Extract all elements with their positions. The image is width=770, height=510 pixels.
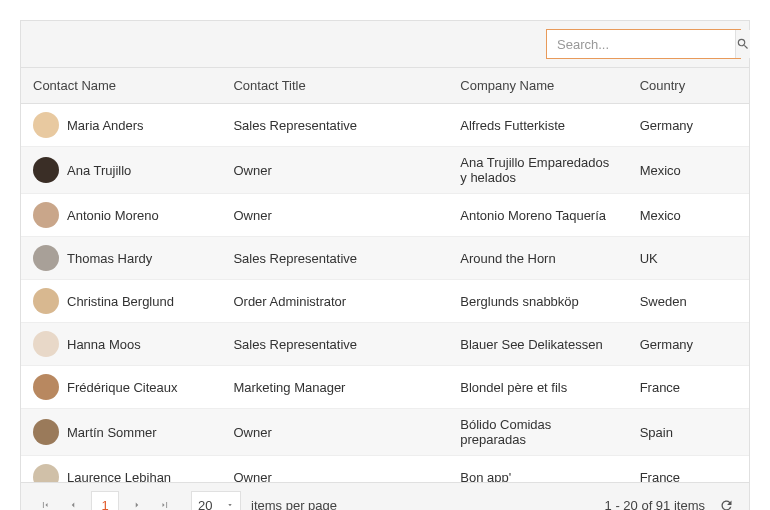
country: Germany (628, 104, 749, 147)
column-header-company[interactable]: Company Name (448, 68, 627, 104)
pager-last-button[interactable] (151, 491, 179, 510)
contact-title: Owner (221, 456, 448, 483)
contact-name: Frédérique Citeaux (67, 380, 178, 395)
company-name: Berglunds snabbköp (448, 280, 627, 323)
pager-next-button[interactable] (123, 491, 151, 510)
chevron-left-icon (68, 500, 78, 510)
contact-title: Sales Representative (221, 323, 448, 366)
country: France (628, 366, 749, 409)
avatar (33, 112, 59, 138)
company-name: Alfreds Futterkiste (448, 104, 627, 147)
pager-info: 1 - 20 of 91 items (605, 498, 705, 511)
country: Germany (628, 323, 749, 366)
table-header-row: Contact Name Contact Title Company Name … (21, 68, 749, 104)
search-button[interactable] (735, 30, 750, 58)
caret-down-icon (226, 501, 234, 509)
table-row[interactable]: Ana TrujilloOwnerAna Trujillo Emparedado… (21, 147, 749, 194)
contact-name: Ana Trujillo (67, 163, 131, 178)
company-name: Around the Horn (448, 237, 627, 280)
company-name: Blondel père et fils (448, 366, 627, 409)
country: France (628, 456, 749, 483)
search-icon (736, 37, 750, 51)
table-row[interactable]: Hanna MoosSales RepresentativeBlauer See… (21, 323, 749, 366)
table-row[interactable]: Frédérique CiteauxMarketing ManagerBlond… (21, 366, 749, 409)
table-row[interactable]: Antonio MorenoOwnerAntonio Moreno Taquer… (21, 194, 749, 237)
country: Sweden (628, 280, 749, 323)
company-name: Antonio Moreno Taquería (448, 194, 627, 237)
data-grid: Contact Name Contact Title Company Name … (20, 20, 750, 510)
contact-title: Sales Representative (221, 237, 448, 280)
avatar (33, 245, 59, 271)
avatar (33, 157, 59, 183)
grid-toolbar (21, 21, 749, 68)
pager: 1 20 items per page 1 - 20 of 91 items (21, 482, 749, 510)
country: Mexico (628, 194, 749, 237)
company-name: Ana Trujillo Emparedados y helados (448, 147, 627, 194)
avatar (33, 374, 59, 400)
contact-name: Thomas Hardy (67, 251, 152, 266)
contact-name: Antonio Moreno (67, 208, 159, 223)
contact-title: Sales Representative (221, 104, 448, 147)
contact-name: Martín Sommer (67, 425, 157, 440)
contact-title: Owner (221, 409, 448, 456)
contact-title: Marketing Manager (221, 366, 448, 409)
column-header-country[interactable]: Country (628, 68, 749, 104)
column-header-title[interactable]: Contact Title (221, 68, 448, 104)
page-size-value: 20 (198, 498, 212, 511)
table-row[interactable]: Christina BerglundOrder AdministratorBer… (21, 280, 749, 323)
page-size-select[interactable]: 20 (191, 491, 241, 510)
pager-prev-button[interactable] (59, 491, 87, 510)
contacts-table: Contact Name Contact Title Company Name … (21, 68, 749, 104)
country: UK (628, 237, 749, 280)
avatar (33, 202, 59, 228)
country: Mexico (628, 147, 749, 194)
refresh-button[interactable] (713, 492, 739, 510)
company-name: Blauer See Delikatessen (448, 323, 627, 366)
company-name: Bólido Comidas preparadas (448, 409, 627, 456)
company-name: Bon app' (448, 456, 627, 483)
per-page-label: items per page (251, 498, 337, 511)
table-row[interactable]: Laurence LebihanOwnerBon app'France (21, 456, 749, 483)
column-header-name[interactable]: Contact Name (21, 68, 221, 104)
table-row[interactable]: Maria AndersSales RepresentativeAlfreds … (21, 104, 749, 147)
pager-first-button[interactable] (31, 491, 59, 510)
contact-name: Maria Anders (67, 118, 144, 133)
avatar (33, 331, 59, 357)
avatar (33, 288, 59, 314)
contact-title: Owner (221, 194, 448, 237)
table-row[interactable]: Thomas HardySales RepresentativeAround t… (21, 237, 749, 280)
contact-name: Christina Berglund (67, 294, 174, 309)
search-input[interactable] (547, 31, 735, 58)
first-page-icon (40, 500, 50, 510)
avatar (33, 419, 59, 445)
contact-name: Laurence Lebihan (67, 470, 171, 483)
country: Spain (628, 409, 749, 456)
avatar (33, 464, 59, 482)
pager-page-number[interactable]: 1 (91, 491, 119, 510)
search-box (546, 29, 741, 59)
contact-title: Order Administrator (221, 280, 448, 323)
last-page-icon (160, 500, 170, 510)
contact-title: Owner (221, 147, 448, 194)
contact-name: Hanna Moos (67, 337, 141, 352)
refresh-icon (719, 498, 734, 511)
table-row[interactable]: Martín SommerOwnerBólido Comidas prepara… (21, 409, 749, 456)
chevron-right-icon (132, 500, 142, 510)
